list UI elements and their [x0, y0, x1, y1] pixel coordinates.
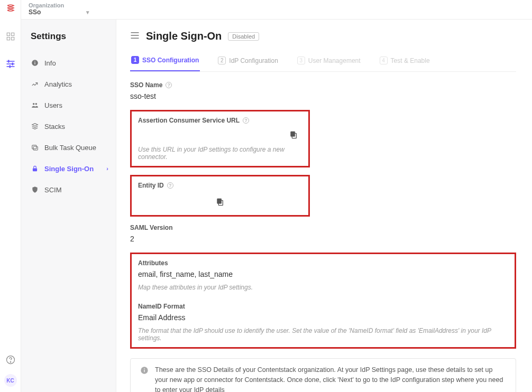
field-saml-version: SAML Version 2	[130, 224, 516, 243]
sidebar-item-label: Users	[44, 101, 62, 109]
svg-point-11	[10, 362, 11, 362]
sidebar-item-label: Single Sign-On	[44, 165, 94, 173]
copy-icon[interactable]	[289, 130, 298, 141]
svg-rect-0	[7, 33, 10, 35]
sidebar-item-label: Bulk Task Queue	[44, 144, 96, 152]
svg-rect-26	[217, 199, 222, 203]
svg-point-16	[35, 103, 38, 105]
analytics-icon	[31, 80, 39, 88]
field-label: Attributes	[138, 259, 168, 267]
sidebar-item-bulk-task[interactable]: Bulk Task Queue	[31, 137, 116, 158]
chevron-right-icon: ›	[106, 165, 108, 172]
help-tooltip-icon[interactable]: ?	[243, 117, 249, 124]
svg-rect-7	[8, 60, 10, 63]
svg-rect-4	[6, 61, 14, 62]
tab-idp-config[interactable]: 2 IdP Configuration	[217, 56, 279, 71]
svg-point-15	[33, 103, 34, 105]
left-rail: KC	[0, 0, 21, 392]
field-label: Assertion Consumer Service URL	[138, 117, 240, 124]
help-tooltip-icon[interactable]: ?	[166, 82, 172, 88]
info-text: These are the SSO Details of your Conten…	[155, 365, 506, 392]
sidebar-title: Settings	[31, 31, 116, 42]
stacks-icon	[31, 122, 39, 130]
field-hint: Map these attributes in your IdP setting…	[138, 284, 508, 291]
sidebar-item-label: Stacks	[44, 123, 65, 130]
svg-rect-28	[144, 370, 144, 372]
svg-rect-9	[9, 66, 11, 68]
sidebar-item-label: SCIM	[44, 186, 62, 194]
svg-rect-19	[33, 168, 37, 171]
field-hint: The format that the IdP should use to id…	[138, 327, 508, 342]
avatar[interactable]: KC	[4, 374, 17, 387]
svg-rect-1	[11, 33, 14, 35]
sidebar-item-label: Analytics	[44, 80, 72, 88]
users-icon	[31, 101, 39, 109]
tab-user-management[interactable]: 3 User Management	[296, 56, 362, 71]
queue-icon	[31, 143, 39, 152]
svg-rect-13	[34, 62, 35, 64]
svg-rect-2	[7, 38, 10, 40]
nameid-value: Email Address	[138, 313, 508, 322]
sidebar-item-analytics[interactable]: Analytics	[31, 73, 116, 95]
chevron-down-icon[interactable]: ▼	[85, 10, 90, 15]
status-badge: Disabled	[228, 32, 259, 41]
field-entity-id: Entity ID ?	[130, 175, 310, 217]
org-label: Organization	[29, 2, 90, 8]
org-selector[interactable]: SSo	[29, 8, 41, 16]
tab-sso-config[interactable]: 1 SSO Configuration	[130, 56, 200, 71]
page-title: Single Sign-On	[146, 30, 222, 42]
shield-icon	[31, 185, 39, 194]
settings-sliders-icon[interactable]	[4, 58, 17, 70]
sidebar-item-info[interactable]: Info	[31, 52, 116, 73]
tab-label: User Management	[308, 57, 361, 64]
attributes-value: email, first_name, last_name	[138, 270, 508, 278]
info-icon	[140, 365, 149, 378]
sidebar-item-stacks[interactable]: Stacks	[31, 116, 116, 137]
svg-rect-24	[291, 132, 295, 136]
sidebar-item-scim[interactable]: SCIM	[31, 179, 116, 200]
info-callout: These are the SSO Details of your Conten…	[130, 358, 516, 392]
svg-rect-14	[34, 61, 35, 62]
field-label: SAML Version	[130, 224, 172, 231]
apps-icon[interactable]	[4, 30, 17, 43]
copy-icon[interactable]	[216, 198, 224, 208]
main-panel: Single Sign-On Disabled 1 SSO Configurat…	[116, 20, 532, 392]
svg-rect-8	[12, 63, 13, 66]
tab-label: IdP Configuration	[229, 57, 278, 64]
field-hint: Use this URL in your IdP settings to con…	[138, 146, 302, 161]
app-logo[interactable]	[6, 3, 15, 15]
field-sso-name: SSO Name ? sso-test	[130, 81, 516, 100]
field-label: Entity ID	[138, 182, 164, 189]
svg-rect-18	[33, 146, 38, 150]
help-icon[interactable]	[5, 354, 16, 367]
tab-label: Test & Enable	[391, 57, 430, 64]
hamburger-icon[interactable]	[130, 32, 140, 41]
svg-rect-3	[11, 38, 14, 40]
settings-sidebar: Settings Info Analytics Users Stacks	[21, 20, 116, 392]
field-acs-url: Assertion Consumer Service URL ? Use thi…	[130, 110, 310, 167]
lock-icon	[31, 164, 39, 173]
sidebar-item-label: Info	[44, 59, 56, 67]
info-icon	[31, 59, 39, 67]
svg-rect-5	[6, 63, 14, 64]
svg-rect-17	[32, 145, 36, 149]
sso-name-value: sso-test	[130, 92, 516, 100]
field-attributes-nameid: Attributes email, first_name, last_name …	[130, 253, 516, 349]
tab-label: SSO Configuration	[142, 57, 199, 64]
saml-version-value: 2	[130, 235, 516, 243]
field-label: NameID Format	[138, 303, 185, 310]
svg-rect-29	[144, 368, 144, 369]
tab-test-enable[interactable]: 4 Test & Enable	[379, 56, 431, 71]
field-label: SSO Name	[130, 81, 162, 89]
help-tooltip-icon[interactable]: ?	[167, 182, 173, 189]
tabs: 1 SSO Configuration 2 IdP Configuration …	[130, 56, 516, 72]
sidebar-item-users[interactable]: Users	[31, 95, 116, 116]
org-header: Organization SSo ▼	[21, 0, 532, 20]
sidebar-item-sso[interactable]: Single Sign-On ›	[31, 158, 116, 179]
